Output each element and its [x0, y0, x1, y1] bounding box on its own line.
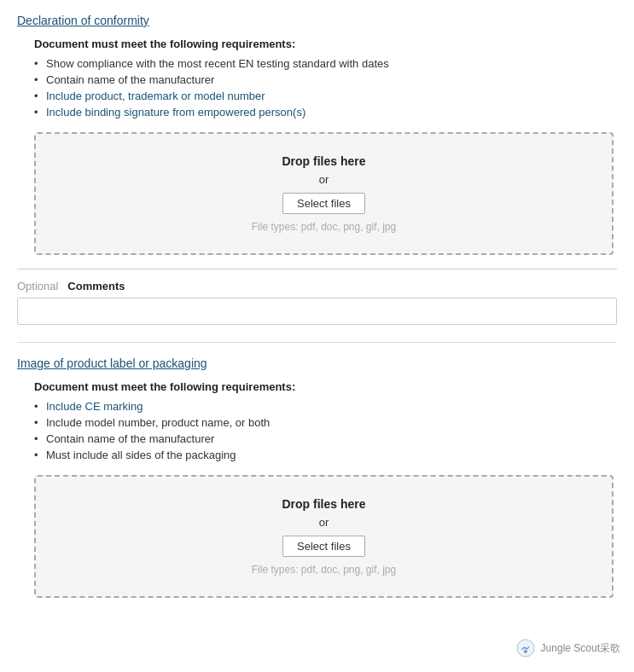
product-label-drop-zone[interactable]: Drop files here or Select files File typ… — [34, 475, 614, 598]
req-text-1: Show compliance with the most recent EN … — [46, 57, 389, 70]
comments-input[interactable] — [17, 298, 617, 325]
req-link-4[interactable]: Include binding signature from empowered… — [46, 106, 305, 119]
declaration-section: Declaration of conformity Document must … — [17, 14, 617, 325]
product-requirement-item: Include model number, product name, or b… — [34, 416, 617, 429]
req-text-2: Contain name of the manufacturer — [46, 73, 214, 86]
svg-point-1 — [524, 650, 527, 653]
req-link-3[interactable]: Include product, trademark or model numb… — [46, 90, 265, 102]
drop-zone-title-2: Drop files here — [49, 497, 598, 511]
select-files-button-2[interactable]: Select files — [282, 536, 365, 557]
drop-zone-or-1: or — [49, 173, 598, 186]
requirement-item: Show compliance with the most recent EN … — [34, 57, 617, 70]
product-requirement-item: Must include all sides of the packaging — [34, 449, 617, 461]
requirements-heading: Document must meet the following require… — [34, 38, 617, 50]
comments-bold-label: Comments — [67, 280, 125, 293]
drop-zone-or-2: or — [49, 516, 598, 529]
product-label-requirements: Document must meet the following require… — [34, 380, 617, 461]
file-types-text-1: File types: pdf, doc, png, gif, jpg — [49, 221, 598, 233]
product-req-text-3: Contain name of the manufacturer — [46, 432, 214, 445]
product-req-text-2: Include model number, product name, or b… — [46, 416, 270, 429]
requirement-item: Include product, trademark or model numb… — [34, 90, 617, 102]
requirements-list: Show compliance with the most recent EN … — [34, 57, 617, 119]
page-container: Declaration of conformity Document must … — [0, 0, 634, 625]
section-divider — [17, 342, 617, 343]
watermark-text: Jungle Scout采歌 — [541, 641, 620, 656]
file-types-text-2: File types: pdf, doc, png, gif, jpg — [49, 564, 598, 576]
comments-optional-label: Optional — [17, 280, 58, 293]
product-requirements-heading: Document must meet the following require… — [34, 380, 617, 393]
product-req-text-4: Must include all sides of the packaging — [46, 449, 236, 461]
product-requirement-item: Include CE marking — [34, 400, 617, 413]
watermark: Jungle Scout采歌 — [515, 638, 620, 658]
jungle-scout-icon — [515, 638, 536, 658]
declaration-title[interactable]: Declaration of conformity — [17, 14, 617, 27]
product-label-title[interactable]: Image of product label or packaging — [17, 356, 617, 370]
requirement-item: Include binding signature from empowered… — [34, 106, 617, 119]
requirement-item: Contain name of the manufacturer — [34, 73, 617, 86]
comments-section: Optional Comments — [17, 269, 617, 325]
product-requirement-item: Contain name of the manufacturer — [34, 432, 617, 445]
product-req-link-1[interactable]: Include CE marking — [46, 400, 143, 413]
product-requirements-list: Include CE marking Include model number,… — [34, 400, 617, 461]
declaration-requirements: Document must meet the following require… — [34, 38, 617, 119]
declaration-drop-zone[interactable]: Drop files here or Select files File typ… — [34, 132, 614, 255]
drop-zone-title-1: Drop files here — [49, 154, 598, 168]
select-files-button-1[interactable]: Select files — [282, 193, 365, 214]
comments-label: Optional Comments — [17, 280, 617, 293]
product-label-section: Image of product label or packaging Docu… — [17, 356, 617, 598]
